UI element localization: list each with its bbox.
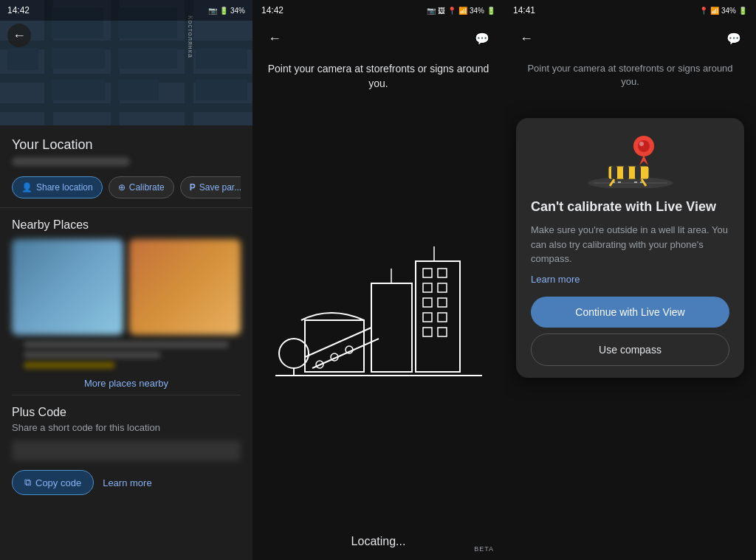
share-icon: 👤: [21, 182, 32, 193]
panel-calibration-error: 14:41 📍 📶 34% 🔋 ← 💬 Point your camera at…: [504, 0, 756, 560]
save-parking-label: Save par...: [199, 182, 241, 193]
panel2-gallery-icon: 🖼: [438, 7, 445, 15]
panel2-status-time: 14:42: [261, 5, 284, 15]
svg-point-35: [639, 142, 644, 146]
svg-rect-12: [371, 283, 412, 372]
beta-badge: BETA: [474, 545, 494, 553]
svg-rect-29: [623, 166, 629, 179]
svg-line-15: [305, 328, 371, 357]
svg-rect-30: [635, 166, 641, 179]
panel2-back-button[interactable]: ←: [263, 27, 286, 50]
city-illustration: [275, 239, 482, 387]
nearby-place-detail-1-blurred: [24, 351, 161, 359]
panel3-chat-icon: 💬: [726, 32, 741, 46]
svg-rect-3: [423, 283, 432, 292]
save-parking-button[interactable]: P Save par...: [180, 176, 241, 198]
panel2-camera-area: [252, 103, 504, 523]
panel3-status-bar: 14:41 📍 📶 34% 🔋: [504, 0, 756, 21]
road-barrier-illustration: [586, 133, 675, 188]
plus-code-section: Plus Code Share a short code for this lo…: [0, 395, 252, 505]
panel3-wifi-icon: 📶: [710, 7, 719, 15]
plus-code-title: Plus Code: [12, 406, 241, 419]
svg-line-16: [312, 339, 379, 368]
calibrate-icon: ⊕: [118, 182, 126, 193]
svg-rect-2: [438, 269, 447, 277]
panel2-status-icons: 📷 🖼 📍 📶 34% 🔋: [427, 7, 495, 15]
panel2-wifi-icon: 📶: [458, 7, 467, 15]
svg-point-34: [638, 140, 650, 152]
share-location-button[interactable]: 👤 Share location: [12, 176, 103, 198]
dialog-icon-area: [531, 133, 729, 188]
share-location-label: Share location: [36, 182, 93, 193]
dialog-body-text: Make sure you're outside in a well lit a…: [531, 223, 729, 266]
panel-locating: 14:42 📷 🖼 📍 📶 34% 🔋 ← 💬 Point your camer…: [252, 0, 504, 560]
plus-code-actions: ⧉ Copy code Learn more: [12, 470, 241, 495]
panel3-instruction-text: Point your camera at storefronts or sign…: [504, 56, 756, 100]
svg-rect-1: [423, 269, 432, 277]
nearby-place-image-2[interactable]: [129, 239, 241, 335]
panel3-battery-icon: 🔋: [738, 7, 747, 15]
dialog-heading: Can't calibrate with Live View: [531, 198, 729, 215]
nearby-place-image-1[interactable]: [12, 239, 123, 335]
panel-your-location: Костолянка 14:42 📷 🔋 34% ← Your Location…: [0, 0, 252, 560]
your-location-section: Your Location 👤 Share location ⊕ Calibra…: [0, 125, 252, 208]
panel3-location-icon: 📍: [699, 7, 708, 15]
panel2-chat-icon: 💬: [475, 32, 489, 46]
svg-rect-8: [438, 313, 447, 322]
back-icon: ←: [13, 28, 26, 44]
panel3-battery-percent: 34%: [721, 7, 736, 15]
copy-icon: ⧉: [24, 477, 31, 488]
calibrate-label: Calibrate: [129, 182, 165, 193]
panel3-back-button[interactable]: ←: [515, 27, 538, 50]
more-places-button[interactable]: More places nearby: [12, 372, 241, 395]
panel2-location-icon: 📍: [447, 7, 456, 15]
status-bar: 14:42 📷 🔋 34%: [0, 0, 252, 21]
svg-rect-28: [611, 166, 617, 179]
panel2-top-bar: ← 💬: [252, 21, 504, 56]
dialog-learn-more-link[interactable]: Learn more: [531, 274, 729, 285]
camera-icon: 📷: [208, 7, 217, 15]
panel3-back-icon: ←: [520, 31, 533, 46]
svg-rect-6: [438, 298, 447, 307]
svg-rect-9: [423, 328, 432, 336]
battery-percent: 34%: [230, 7, 245, 15]
learn-more-link[interactable]: Learn more: [103, 477, 151, 488]
location-address-blurred: [12, 157, 130, 166]
plus-code-value-blurred: [12, 440, 241, 461]
nearby-places-section: Nearby Places More places nearby: [0, 208, 252, 395]
panel3-chat-button[interactable]: 💬: [722, 27, 746, 50]
svg-rect-14: [305, 320, 364, 372]
panel3-status-icons: 📍 📶 34% 🔋: [699, 7, 747, 15]
back-button[interactable]: ←: [7, 24, 31, 47]
action-buttons-row: 👤 Share location ⊕ Calibrate P Save par.…: [12, 176, 241, 198]
panel2-chat-button[interactable]: 💬: [470, 27, 494, 50]
map-view: Костолянка 14:42 📷 🔋 34% ←: [0, 0, 252, 125]
continue-live-view-button[interactable]: Continue with Live View: [531, 297, 729, 328]
battery-icon: 🔋: [219, 7, 228, 15]
nearby-place-name-1-blurred: [24, 341, 229, 348]
panel3-status-time: 14:41: [513, 5, 535, 15]
panel2-instruction-text: Point your camera at storefronts or sign…: [252, 56, 504, 103]
parking-icon: P: [190, 182, 196, 193]
status-time: 14:42: [7, 5, 30, 15]
panel2-battery-icon: 🔋: [487, 7, 495, 15]
your-location-title: Your Location: [12, 137, 241, 153]
panel2-camera-icon: 📷: [427, 7, 436, 15]
panel3-top-bar: ← 💬: [504, 21, 756, 56]
svg-rect-4: [438, 283, 447, 292]
panel2-status-bar: 14:42 📷 🖼 📍 📶 34% 🔋: [252, 0, 504, 21]
use-compass-button[interactable]: Use compass: [531, 333, 729, 366]
copy-code-button[interactable]: ⧉ Copy code: [12, 470, 94, 495]
svg-rect-7: [423, 313, 432, 322]
svg-rect-5: [423, 298, 432, 307]
panel2-back-icon: ←: [268, 31, 281, 46]
plus-code-subtitle: Share a short code for this location: [12, 422, 241, 433]
calibrate-button[interactable]: ⊕ Calibrate: [109, 176, 174, 198]
copy-code-label: Copy code: [35, 477, 81, 488]
panel1-scroll-content: Your Location 👤 Share location ⊕ Calibra…: [0, 125, 252, 560]
panel2-battery-percent: 34%: [470, 7, 484, 15]
svg-rect-10: [438, 328, 447, 336]
calibration-error-dialog: Can't calibrate with Live View Make sure…: [516, 118, 744, 378]
nearby-places-title: Nearby Places: [12, 218, 241, 232]
status-icons: 📷 🔋 34%: [208, 7, 245, 15]
